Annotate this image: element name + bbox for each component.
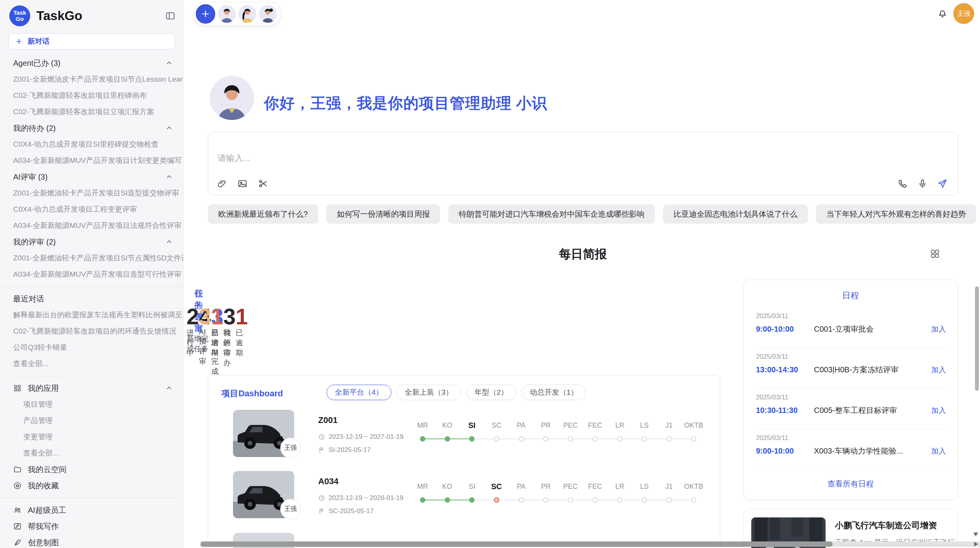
- dashboard-tab[interactable]: 年型（2）: [466, 385, 516, 400]
- sidebar-item[interactable]: C02-飞腾新能源轻客改款项目立项汇报方案: [0, 104, 183, 120]
- sidebar-item[interactable]: C02-飞腾新能源轻客改款项目的闭环通告反馈情况: [0, 323, 183, 339]
- sidebar-section-title: 我的评审 (2): [13, 237, 56, 247]
- plus-icon: [15, 38, 23, 45]
- sidebar-item[interactable]: 项目管理: [0, 396, 183, 413]
- suggestion-chip[interactable]: 当下年轻人对汽车外观有怎样的喜好趋势: [816, 204, 976, 224]
- sidebar-item-people[interactable]: AI超级员工: [0, 502, 183, 518]
- milestone-dot[interactable]: [617, 497, 622, 503]
- dashboard-tab[interactable]: 全新平台（4）: [327, 385, 391, 400]
- milestone-dot[interactable]: [666, 497, 672, 503]
- sidebar-item[interactable]: Z001-全新燃油皮卡产品开发项目SI节点Lesson Learn报告: [0, 71, 183, 87]
- sidebar-item[interactable]: C0X4-动力总成开发项目SI里程碑提交物检查: [0, 136, 183, 152]
- milestone-dot[interactable]: [593, 497, 598, 503]
- milestone-dot[interactable]: [568, 436, 573, 442]
- stat-item: 2进行中: [187, 304, 199, 355]
- milestone-dot[interactable]: [494, 436, 499, 442]
- stat-value: 2: [187, 306, 199, 328]
- join-link[interactable]: 加入: [931, 324, 946, 334]
- phone-icon[interactable]: [898, 178, 908, 189]
- milestone-dot[interactable]: [445, 436, 450, 442]
- horizontal-scrollbar[interactable]: [200, 541, 980, 547]
- member-avatar-1[interactable]: [218, 5, 236, 23]
- vertical-scrollbar-thumb[interactable]: [975, 286, 979, 391]
- milestone-dot[interactable]: [445, 497, 450, 503]
- project-code: A034: [318, 476, 339, 486]
- milestone-dot-cell: [632, 496, 657, 504]
- dashboard-tab[interactable]: 动总开发（1）: [522, 385, 586, 400]
- scroll-right-arrow-icon[interactable]: [974, 542, 978, 546]
- new-chat-button[interactable]: 新对话: [9, 33, 175, 50]
- milestone-dot[interactable]: [420, 497, 425, 503]
- milestone-dot[interactable]: [666, 436, 672, 442]
- image-icon[interactable]: [237, 178, 248, 189]
- sidebar-item[interactable]: A034-全新新能源MUV产品开发项目法规符合性评审: [0, 217, 183, 234]
- attachment-icon[interactable]: [217, 178, 227, 189]
- horizontal-scrollbar-thumb[interactable]: [200, 541, 833, 547]
- add-agent-button[interactable]: [196, 4, 215, 24]
- sidebar-collapse-icon[interactable]: [165, 11, 175, 21]
- dashboard-tab[interactable]: 全新上装（3）: [397, 385, 461, 400]
- sidebar-item[interactable]: Z001-全新燃油轻卡产品开发项目SI节点属性5D文件评审: [0, 250, 183, 266]
- sidebar-item[interactable]: C0X4-动力总成开发项目工程变更评审: [0, 201, 183, 217]
- join-link[interactable]: 加入: [931, 406, 946, 416]
- suggestion-chip[interactable]: 特朗普可能对进口汽车增税会对中国车企造成哪些影响: [448, 204, 655, 224]
- milestone-dot[interactable]: [543, 436, 548, 442]
- sidebar-section-header[interactable]: 我的评审 (2): [0, 234, 183, 250]
- milestone-dot[interactable]: [568, 497, 573, 503]
- sidebar-item-write[interactable]: 帮我写作: [0, 518, 183, 534]
- sidebar-item[interactable]: 变更管理: [0, 429, 183, 445]
- milestone-dot-cell: [410, 435, 435, 443]
- milestone-dot[interactable]: [469, 497, 475, 503]
- layout-grid-icon[interactable]: [930, 248, 940, 259]
- milestone-dot[interactable]: [642, 436, 647, 442]
- microphone-icon[interactable]: [917, 178, 928, 189]
- sidebar-item[interactable]: 查看全部...: [0, 356, 183, 372]
- sidebar-section-header[interactable]: 我的应用: [0, 380, 183, 396]
- join-link[interactable]: 加入: [931, 365, 946, 375]
- composer-input[interactable]: 请输入...: [218, 152, 250, 164]
- milestone-dot[interactable]: [543, 497, 548, 503]
- sidebar-item[interactable]: 公司Q3轻卡销量: [0, 339, 183, 356]
- milestone-dot[interactable]: [420, 436, 425, 442]
- member-avatar-2[interactable]: [238, 5, 256, 23]
- sidebar-item[interactable]: 产品管理: [0, 413, 183, 429]
- notification-bell-icon[interactable]: [937, 8, 948, 19]
- send-icon[interactable]: [937, 178, 947, 189]
- scroll-down-arrow-icon[interactable]: [973, 533, 978, 536]
- milestone-dot[interactable]: [469, 436, 475, 442]
- scissors-icon[interactable]: [258, 178, 268, 189]
- suggestion-chip[interactable]: 欧洲新规最近颁布了什么?: [208, 204, 318, 224]
- suggestion-chip[interactable]: 比亚迪全固态电池计划具体说了什么: [663, 204, 808, 224]
- milestone-label: PR: [533, 483, 558, 491]
- milestone-track: MRKOSISCPAPRPECFECLRLSJ1OKTB: [410, 419, 706, 443]
- sidebar-item[interactable]: C02-飞腾新能源轻客改款项目里程碑画布: [0, 87, 183, 104]
- suggestion-chip[interactable]: 如何写一份清晰的项目周报: [326, 204, 440, 224]
- schedule-time: 9:00-10:00: [756, 325, 814, 334]
- sidebar-section-header[interactable]: 我的待办 (2): [0, 120, 183, 136]
- sidebar-section-header[interactable]: Agent已办 (3): [0, 55, 183, 71]
- milestone-dot[interactable]: [593, 436, 598, 442]
- milestone-dot[interactable]: [519, 436, 524, 442]
- sidebar-item[interactable]: 查看全部...: [0, 445, 183, 461]
- sidebar-item-star[interactable]: 我的收藏: [0, 478, 183, 494]
- view-all-schedule-link[interactable]: 查看所有日程: [744, 479, 958, 489]
- milestone-track: MRKOSISCPAPRPECFECLRLSJ1OKTB: [410, 480, 706, 504]
- milestone-dot[interactable]: [494, 497, 499, 503]
- sidebar-item[interactable]: Z001-全新燃油轻卡产品开发项目SI造型提交物评审: [0, 185, 183, 201]
- milestone-dot[interactable]: [617, 436, 622, 442]
- sidebar-item[interactable]: A034-全新新能源MUV产品开发项目造型可行性评审: [0, 266, 183, 283]
- user-avatar[interactable]: 王强: [953, 3, 974, 24]
- member-avatar-3[interactable]: [259, 5, 277, 23]
- milestone-dot[interactable]: [691, 497, 696, 503]
- sidebar-item-quill[interactable]: 创意制图: [0, 534, 183, 548]
- sidebar-divider: [0, 286, 183, 287]
- sidebar-item[interactable]: A034-全新新能源MUV产品开发项目计划变更类编写: [0, 152, 183, 169]
- stat-value: 3: [223, 306, 236, 328]
- milestone-dot[interactable]: [642, 497, 647, 503]
- milestone-dot[interactable]: [691, 436, 696, 442]
- sidebar-item-folder[interactable]: 我的云空间: [0, 461, 183, 478]
- milestone-dot[interactable]: [519, 497, 524, 503]
- sidebar-section-header[interactable]: AI评审 (3): [0, 169, 183, 185]
- join-link[interactable]: 加入: [931, 446, 946, 456]
- sidebar-item[interactable]: 解释最新出台的欧盟报废车法规再生塑料比例被调至15%...: [0, 307, 183, 323]
